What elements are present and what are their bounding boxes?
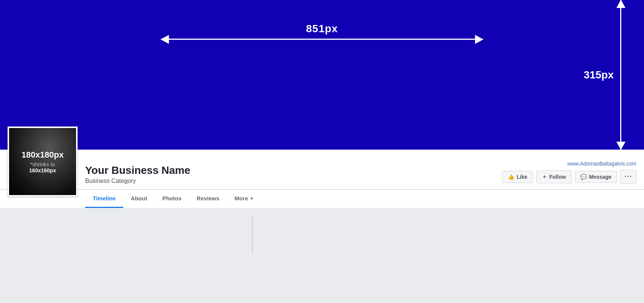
profile-photo-wrapper: 180x180px *shrinks to 160x160px [8, 157, 78, 197]
content-area [0, 208, 644, 257]
horizontal-arrow-line [161, 39, 483, 40]
tab-timeline[interactable]: Timeline [85, 190, 123, 208]
tab-timeline-label: Timeline [93, 195, 116, 201]
website-link[interactable]: www.AdomasBaltagalvis.com [567, 161, 636, 167]
arrow-up-icon [616, 0, 625, 8]
cover-photo: 851px 315px [0, 0, 644, 150]
profile-photo: 180x180px *shrinks to 160x160px [8, 127, 78, 197]
like-label: Like [516, 174, 527, 180]
like-button[interactable]: 👍 Like [502, 171, 533, 183]
business-category: Business Category [85, 178, 502, 184]
follow-label: Follow [549, 174, 566, 180]
arrow-left-icon [161, 35, 169, 44]
tab-about[interactable]: About [123, 190, 155, 208]
profile-info: Your Business Name Business Category [85, 161, 502, 189]
tab-photos-label: Photos [162, 195, 182, 201]
arrow-right-icon [475, 35, 484, 44]
message-button[interactable]: 💬 Message [575, 171, 617, 183]
tab-more[interactable]: More ▼ [227, 190, 261, 208]
tab-reviews[interactable]: Reviews [189, 190, 227, 208]
message-icon: 💬 [580, 174, 587, 180]
business-name: Your Business Name [85, 164, 502, 177]
photo-size-sub2: 160x160px [29, 167, 56, 173]
tab-more-label: More [235, 195, 248, 201]
vertical-arrow-line: 315px [620, 0, 621, 150]
vertical-divider [252, 216, 253, 253]
tab-photos[interactable]: Photos [155, 190, 189, 208]
arrow-down-icon [616, 142, 625, 150]
page-wrapper: 851px 315px 180x180px *shrinks to 160x16… [0, 0, 644, 257]
height-label: 315px [584, 69, 614, 81]
chevron-down-icon: ▼ [250, 196, 254, 201]
photo-size-sub: *shrinks to [30, 161, 55, 167]
tab-about-label: About [131, 195, 147, 201]
message-label: Message [589, 174, 611, 180]
tab-reviews-label: Reviews [197, 195, 219, 201]
action-buttons: 👍 Like ＋ Follow 💬 Message ··· [502, 170, 636, 184]
more-options-button[interactable]: ··· [620, 170, 636, 184]
follow-button[interactable]: ＋ Follow [536, 170, 572, 183]
profile-actions: www.AdomasBaltagalvis.com 👍 Like ＋ Follo… [502, 161, 636, 189]
thumbs-up-icon: 👍 [508, 174, 514, 180]
nav-tabs: Timeline About Photos Reviews More ▼ [0, 189, 644, 208]
vertical-measurement: 315px [620, 0, 621, 150]
ellipsis-icon: ··· [624, 173, 632, 181]
photo-size-main: 180x180px [22, 150, 64, 160]
profile-bar: 180x180px *shrinks to 160x160px Your Bus… [0, 150, 644, 189]
width-label: 851px [306, 23, 338, 35]
content-area-inner [137, 208, 507, 261]
plus-icon: ＋ [542, 173, 547, 180]
horizontal-measurement: 851px [161, 23, 483, 40]
